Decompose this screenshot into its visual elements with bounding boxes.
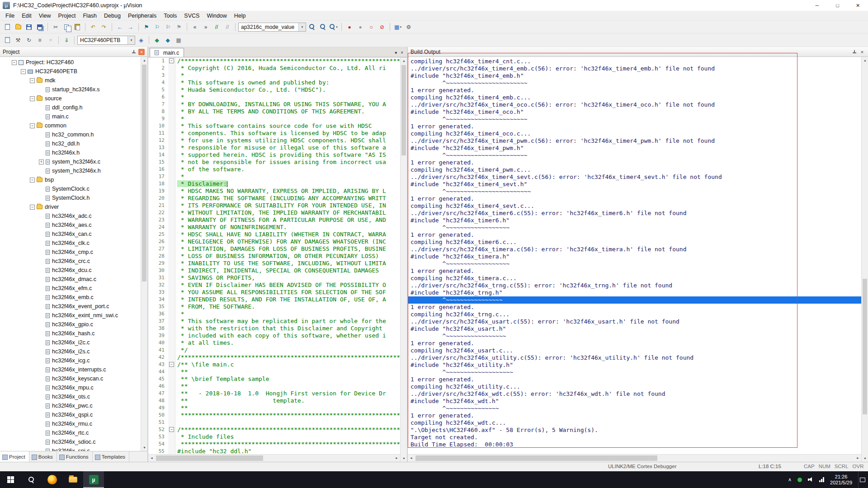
build-output-line[interactable]: ^~~~~~~~~~~~~~~~~~~~ <box>408 369 861 376</box>
configure-icon[interactable]: ⚙ <box>404 23 414 32</box>
build-output-line[interactable]: ../driver/src/hc32f46x_timer4_oco.c(56):… <box>408 101 861 108</box>
tree-item-hc32f46x-efm-c[interactable]: hc32f46x_efm.c <box>0 284 141 293</box>
scrollbar-thumb[interactable] <box>863 279 867 414</box>
build-output-line[interactable]: ../driver/src/hc32f46x_utility.c(55): er… <box>408 354 861 361</box>
taskbar-clock[interactable]: 21:26 2021/5/29 <box>830 474 852 486</box>
tree-item-hc32f460petb[interactable]: −HC32F460PETB <box>0 67 141 76</box>
taskbar-uvision-button[interactable]: µ <box>83 471 104 488</box>
build-output-line[interactable]: ^~~~~~~~~~~~~~~~~~~~~~~~ <box>408 116 861 123</box>
editor-line[interactable]: 54 *************************************… <box>148 441 400 448</box>
editor-line[interactable]: 28 * LOSS OF BUSINESS INFORMATION, OR OT… <box>148 253 400 260</box>
build-output-line[interactable]: compiling hc32f46x_timera.c... <box>408 275 861 282</box>
tree-item-driver[interactable]: −driver <box>0 202 141 211</box>
build-output-line[interactable]: 1 error generated. <box>408 231 861 239</box>
build-output-line[interactable]: compiling hc32f46x_timer4_cnt.c... <box>408 58 861 65</box>
editor-line[interactable]: 4 * This software is owned and published… <box>148 79 400 86</box>
tree-item-hc32f46x-qspi-c[interactable]: hc32f46x_qspi.c <box>0 410 141 419</box>
editor-line[interactable]: 55#include "hc32_ddl.h" <box>148 448 400 454</box>
editor-line[interactable]: 39 * included with each copy of this sof… <box>148 332 400 339</box>
scroll-right-icon[interactable]: ► <box>393 455 400 461</box>
editor-line[interactable]: 37 * This software may be replicated in … <box>148 318 400 325</box>
build-horizontal-scrollbar[interactable]: ◄ ► <box>408 454 861 462</box>
build-output-line[interactable]: 1 error generated. <box>408 304 861 311</box>
build-output-line[interactable]: #include "hc32f46x_timer4_pwm.h" <box>408 145 861 152</box>
build-output-line[interactable]: ^~~~~~~~~~~~~~~~~~~ <box>408 224 861 231</box>
find-icon[interactable] <box>318 23 328 32</box>
build-output-line[interactable]: 1 error generated. <box>408 159 861 166</box>
build-output-line[interactable]: compiling hc32f46x_timer6.c... <box>408 239 861 246</box>
tree-item-common[interactable]: −common <box>0 121 141 130</box>
tree-item-bsp[interactable]: −bsp <box>0 175 141 184</box>
editor-vertical-scrollbar[interactable]: ▲ ▼ <box>400 57 407 462</box>
close-button[interactable]: ✕ <box>848 0 868 11</box>
panel-tab-templates[interactable]: Templates <box>93 451 129 462</box>
close-panel-icon[interactable]: × <box>859 49 865 55</box>
redo-icon[interactable]: ↷ <box>99 23 109 32</box>
build-output-line[interactable]: #include "hc32f46x_wdt.h" <box>408 398 861 405</box>
editor-line[interactable]: 25 * HDSC SHALL HAVE NO LIABILITY (WHETH… <box>148 231 400 238</box>
build-vertical-scrollbar[interactable]: ▲ ▼ <box>861 57 868 462</box>
tree-item-hc32f46x-pwc-c[interactable]: hc32f46x_pwc.c <box>0 401 141 410</box>
editor-line[interactable]: 20 * REGARDING THE SOFTWARE (INCLUDING A… <box>148 195 400 202</box>
editor-line[interactable]: 29 * INABILITY TO USE THE SOFTWARE, INCL… <box>148 260 400 267</box>
pack-installer-icon[interactable]: ◆ <box>163 36 173 45</box>
build-output-line[interactable]: ".\Objects\HC32F460.axf" - 58 Error(s), … <box>408 427 861 434</box>
tree-item-hc32f46x-crc-c[interactable]: hc32f46x_crc.c <box>0 257 141 266</box>
taskbar-firefox-button[interactable] <box>42 471 62 488</box>
search-menu-icon[interactable]: ▾ <box>329 23 339 32</box>
tree-item-main-c[interactable]: main.c <box>0 112 141 121</box>
build-output-line[interactable]: #include "hc32f46x_trng.h" <box>408 289 861 296</box>
tree-item-hc32f46x-dcu-c[interactable]: hc32f46x_dcu.c <box>0 266 141 275</box>
build-output-line[interactable]: 1 error generated. <box>408 340 861 347</box>
editor-line[interactable]: 3 * <box>148 72 400 79</box>
build-output-line[interactable]: ^~~~~~~~~~~~~~~~~~~~~~~~ <box>408 152 861 159</box>
maximize-button[interactable]: □ <box>827 0 848 11</box>
editor-line[interactable]: 24 * WARRANTY OF NONINFRINGEMENT. <box>148 224 400 231</box>
menu-window[interactable]: Window <box>203 11 230 20</box>
editor-line[interactable]: 19 * HDSC MAKES NO WARRANTY, EXPRESS OR … <box>148 188 400 195</box>
build-output-line[interactable]: ^~~~~~~~~~~~~~~~~~~~~~~~~ <box>408 188 861 195</box>
scrollbar-thumb[interactable] <box>401 65 406 155</box>
build-output-line[interactable]: #include "hc32f46x_timer4_emb.h" <box>408 72 861 80</box>
build-output-line[interactable]: compiling hc32f46x_timer4_oco.c... <box>408 130 861 137</box>
chevron-down-icon[interactable]: ▾ <box>298 23 306 31</box>
build-output-line[interactable]: 1 error generated. <box>408 376 861 383</box>
save-all-icon[interactable] <box>35 23 45 32</box>
build-output-line[interactable]: ^~~~~~~~~~~~~~~~ <box>408 405 861 412</box>
build-output-line[interactable]: ../driver/src/hc32f46x_usart.c(55): erro… <box>408 318 861 325</box>
editor-line[interactable]: 53 * Include files <box>148 433 400 441</box>
build-output-line[interactable]: 1 error generated. <box>408 267 861 275</box>
editor-line[interactable]: 7 * BY DOWNLOADING, INSTALLING OR USING … <box>148 101 400 108</box>
editor-line[interactable]: 6 * <box>148 94 400 101</box>
taskbar-search-button[interactable] <box>21 471 42 488</box>
target-select-combo[interactable]: HC32F460PETB▾ <box>77 36 135 45</box>
editor-line[interactable]: 5 * Huada Semiconductor Co., Ltd. ("HDSC… <box>148 86 400 94</box>
tree-item-hc32f46x-rmu-c[interactable]: hc32f46x_rmu.c <box>0 419 141 428</box>
tab-list-icon[interactable]: ▾ <box>395 50 397 55</box>
editor-line[interactable]: 15 * not be responsible for issues arisi… <box>148 159 400 166</box>
scrollbar-thumb[interactable] <box>156 455 263 461</box>
build-output-line[interactable]: ../driver/src/hc32f46x_trng.c(55): error… <box>408 282 861 289</box>
taskbar-explorer-button[interactable] <box>62 471 83 488</box>
symbol-search-combo[interactable]: ap3216c_mode_value▾ <box>238 23 306 32</box>
translate-icon[interactable] <box>2 36 12 45</box>
bookmark-toggle-icon[interactable]: ⚑ <box>142 23 151 32</box>
tray-antivirus-icon[interactable] <box>797 478 802 482</box>
tree-item-hc32f46x-interrupts-c[interactable]: hc32f46x_interrupts.c <box>0 365 141 374</box>
editor-line[interactable]: 18 * Disclaimer: <box>148 180 400 188</box>
editor-line[interactable]: 1−/*************************************… <box>148 57 400 65</box>
tree-item-hc32f46x-sdioc-c[interactable]: hc32f46x_sdioc.c <box>0 437 141 446</box>
editor-line[interactable]: 32 * EVEN IF Disclaimer HAS BEEN ADVISED… <box>148 282 400 289</box>
menu-edit[interactable]: Edit <box>18 11 35 20</box>
navigate-back-icon[interactable]: ← <box>115 23 125 32</box>
stop-build-icon[interactable]: × <box>46 36 56 45</box>
collapse-icon[interactable]: − <box>12 60 17 65</box>
find-in-files-icon[interactable] <box>307 23 317 32</box>
tree-item-hc32f46x-spi-c[interactable]: hc32f46x_spi.c <box>0 446 141 451</box>
chevron-down-icon[interactable]: ▾ <box>127 36 135 44</box>
editor-line[interactable]: 23 * WARRANTY OF FITNESS FOR A PARTICULA… <box>148 216 400 224</box>
tree-item-system-hc32f46x-h[interactable]: system_hc32f46x.h <box>0 166 141 175</box>
tree-item-hc32f46x-keyscan-c[interactable]: hc32f46x_keyscan.c <box>0 374 141 383</box>
editor-line[interactable]: 22 * WITHOUT LIMITATION, THE IMPLIED WAR… <box>148 209 400 216</box>
editor-line[interactable]: 46 ** <box>148 383 400 390</box>
